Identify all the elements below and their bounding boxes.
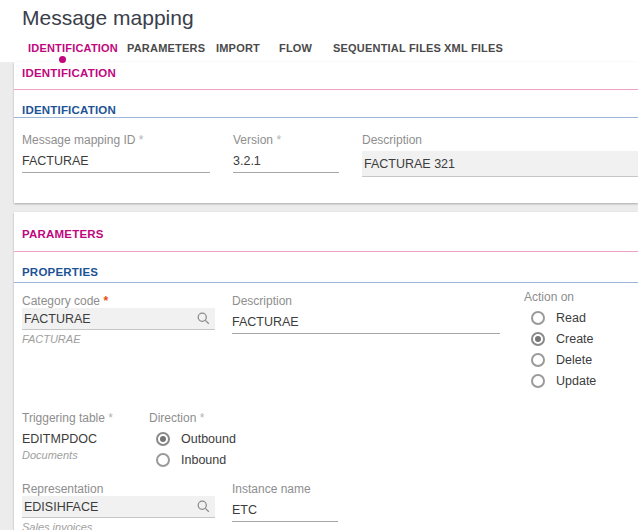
representation-label: Representation bbox=[22, 483, 215, 496]
radio-option-label: Delete bbox=[556, 353, 592, 367]
tab-import[interactable]: IMPORT bbox=[216, 42, 260, 54]
radio-option-label: Read bbox=[556, 311, 586, 325]
page-header: Message mapping IDENTIFICATION PARAMETER… bbox=[0, 0, 638, 62]
required-marker: * bbox=[276, 133, 281, 147]
radio-option-create[interactable]: Create bbox=[524, 328, 596, 349]
block-title-identification: IDENTIFICATION bbox=[22, 104, 116, 116]
version-input[interactable]: 3.2.1 bbox=[233, 153, 339, 173]
tab-identification[interactable]: IDENTIFICATION bbox=[28, 42, 118, 54]
parameters-card: PARAMETERS PROPERTIES Category code * FA… bbox=[14, 212, 638, 530]
instance-name-field: Instance name ETC bbox=[232, 483, 338, 522]
required-marker: * bbox=[200, 411, 205, 425]
tab-parameters[interactable]: PARAMETERS bbox=[127, 42, 205, 54]
version-field: Version * 3.2.1 bbox=[233, 134, 339, 173]
triggering-table-value[interactable]: EDITMPDOC bbox=[22, 432, 142, 446]
label-text: Direction bbox=[149, 411, 196, 425]
radio-option-label: Outbound bbox=[181, 432, 236, 446]
pink-divider bbox=[14, 251, 638, 252]
blue-divider bbox=[14, 282, 638, 283]
required-marker: * bbox=[103, 294, 108, 308]
category-code-field: Category code * FACTURAE FACTURAE bbox=[22, 295, 215, 345]
radio-icon bbox=[531, 374, 545, 388]
radio-selected-icon bbox=[156, 432, 170, 446]
label-text: Triggering table bbox=[22, 411, 105, 425]
category-code-value: FACTURAE bbox=[24, 312, 196, 326]
message-mapping-id-label: Message mapping ID * bbox=[22, 134, 210, 147]
category-code-hint: FACTURAE bbox=[22, 333, 215, 345]
description2-input[interactable]: FACTURAE bbox=[232, 314, 500, 334]
radio-option-read[interactable]: Read bbox=[524, 307, 596, 328]
section-anchor-parameters[interactable]: PARAMETERS bbox=[22, 228, 104, 240]
section-anchor-identification[interactable]: IDENTIFICATION bbox=[22, 67, 116, 79]
radio-option-label: Create bbox=[556, 332, 594, 346]
representation-field: Representation EDISIHFACE Sales invoices bbox=[22, 483, 215, 530]
radio-option-label: Update bbox=[556, 374, 596, 388]
description-input[interactable]: FACTURAE 321 bbox=[362, 151, 638, 177]
radio-icon bbox=[531, 311, 545, 325]
direction-field: Direction * Outbound Inbound bbox=[149, 412, 236, 470]
triggering-table-field: Triggering table * EDITMPDOC Documents bbox=[22, 412, 142, 461]
radio-selected-icon bbox=[531, 332, 545, 346]
triggering-table-label: Triggering table * bbox=[22, 412, 142, 425]
category-code-input[interactable]: FACTURAE bbox=[22, 308, 215, 330]
direction-label: Direction * bbox=[149, 412, 236, 424]
version-label: Version * bbox=[233, 134, 339, 147]
pink-divider bbox=[14, 89, 638, 90]
representation-input[interactable]: EDISIHFACE bbox=[22, 496, 215, 518]
description-label: Description bbox=[362, 134, 638, 147]
radio-icon bbox=[156, 453, 170, 467]
message-mapping-page: Message mapping IDENTIFICATION PARAMETER… bbox=[0, 0, 638, 530]
required-marker: * bbox=[139, 133, 144, 147]
category-code-label: Category code * bbox=[22, 295, 215, 308]
label-text: Message mapping ID bbox=[22, 133, 135, 147]
radio-option-outbound[interactable]: Outbound bbox=[149, 428, 236, 449]
tab-xml-files[interactable]: XML FILES bbox=[444, 42, 503, 54]
label-text: Version bbox=[233, 133, 273, 147]
radio-icon bbox=[531, 353, 545, 367]
description-value: FACTURAE 321 bbox=[364, 157, 634, 171]
block-title-properties: PROPERTIES bbox=[22, 266, 98, 278]
identification-card: IDENTIFICATION IDENTIFICATION Message ma… bbox=[14, 62, 638, 203]
message-mapping-id-field: Message mapping ID * FACTURAE bbox=[22, 134, 210, 173]
action-on-field: Action on Read Create Delete Update bbox=[524, 291, 596, 391]
message-mapping-id-input[interactable]: FACTURAE bbox=[22, 153, 210, 173]
radio-option-inbound[interactable]: Inbound bbox=[149, 449, 236, 470]
magnifier-icon[interactable] bbox=[196, 311, 211, 326]
tab-sequential-files[interactable]: SEQUENTIAL FILES bbox=[333, 42, 441, 54]
triggering-table-hint: Documents bbox=[22, 449, 142, 461]
instance-name-input[interactable]: ETC bbox=[232, 502, 338, 522]
description2-field: Description FACTURAE bbox=[232, 295, 500, 334]
action-on-label: Action on bbox=[524, 291, 596, 303]
page-title: Message mapping bbox=[22, 6, 194, 30]
active-tab-indicator-dot bbox=[59, 56, 66, 63]
radio-option-label: Inbound bbox=[181, 453, 226, 467]
blue-divider bbox=[14, 117, 638, 118]
radio-option-update[interactable]: Update bbox=[524, 370, 596, 391]
tab-flow[interactable]: FLOW bbox=[279, 42, 312, 54]
description2-label: Description bbox=[232, 295, 500, 308]
description-field: Description FACTURAE 321 bbox=[362, 134, 638, 177]
magnifier-icon[interactable] bbox=[196, 499, 211, 514]
representation-value: EDISIHFACE bbox=[24, 500, 196, 514]
representation-hint: Sales invoices bbox=[22, 521, 215, 530]
label-text: Category code bbox=[22, 294, 100, 308]
instance-name-label: Instance name bbox=[232, 483, 338, 496]
required-marker: * bbox=[108, 411, 113, 425]
radio-option-delete[interactable]: Delete bbox=[524, 349, 596, 370]
